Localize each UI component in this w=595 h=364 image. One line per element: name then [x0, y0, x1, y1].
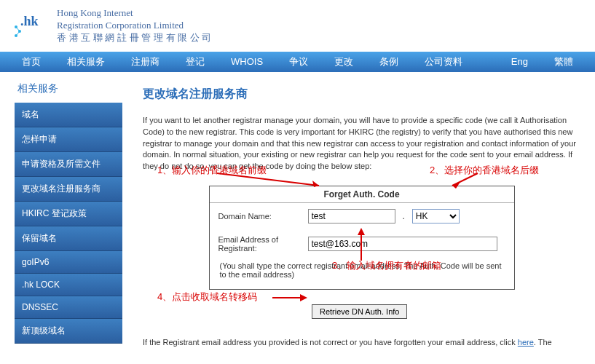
svg-line-4 — [16, 27, 20, 31]
page-title: 更改域名注册服务商 — [143, 87, 580, 102]
footnote-link[interactable]: here — [518, 338, 534, 347]
sidebar-item-req[interactable]: 申请资格及所需文件 — [15, 152, 122, 177]
footnote-pre: If the Registrant email address you prov… — [143, 338, 518, 347]
logo: .hk Hong Kong Internet Registration Corp… — [15, 7, 211, 44]
logo-en1: Hong Kong Internet — [57, 7, 211, 20]
logo-text: Hong Kong Internet Registration Corporat… — [57, 7, 211, 44]
sidebar-item-reserved[interactable]: 保留域名 — [15, 226, 122, 251]
nav-lang-eng[interactable]: Eng — [498, 56, 541, 67]
section-title: 相关服务 — [15, 82, 122, 95]
nav-lang-trad[interactable]: 繁體 — [541, 55, 586, 68]
logo-zh: 香 港 互 聯 網 註 冊 管 理 有 限 公 司 — [57, 32, 211, 44]
annotation-4: 4、点击收取域名转移码 — [157, 290, 257, 304]
logo-icon: .hk — [15, 11, 51, 40]
email-input[interactable] — [308, 237, 497, 251]
auth-code-form: Forget Auth. Code Domain Name: . HK Emai… — [209, 186, 515, 290]
sidebar-item-policy[interactable]: HKIRC 登记政策 — [15, 202, 122, 226]
domain-input[interactable] — [308, 209, 395, 223]
sidebar-item-goipv6[interactable]: goIPv6 — [15, 251, 122, 274]
annotation-3: 3、输入域名拥有者的邮箱 — [332, 259, 441, 272]
sidebar-item-hklock[interactable]: .hk LOCK — [15, 274, 122, 296]
nav-rules[interactable]: 条例 — [366, 55, 411, 68]
nav-whois[interactable]: WHOIS — [218, 56, 276, 67]
domain-dot: . — [401, 211, 406, 221]
header: .hk Hong Kong Internet Registration Corp… — [0, 0, 595, 52]
nav-change[interactable]: 更改 — [321, 55, 366, 68]
arrow-4-icon — [272, 293, 309, 302]
sidebar: 域名 怎样申请 申请资格及所需文件 更改域名注册服务商 HKIRC 登记政策 保… — [15, 103, 122, 344]
form-title: Forget Auth. Code — [210, 186, 514, 203]
nav-company[interactable]: 公司资料 — [411, 55, 476, 68]
sidebar-item-dnssec[interactable]: DNSSEC — [15, 296, 122, 319]
nav-services[interactable]: 相关服务 — [54, 55, 118, 68]
nav-home[interactable]: 首页 — [9, 55, 54, 68]
nav-register[interactable]: 登记 — [173, 55, 218, 68]
sidebar-item-how[interactable]: 怎样申请 — [15, 127, 122, 152]
main-content: 更改域名注册服务商 If you want to let another reg… — [143, 82, 580, 347]
footnote-post: . The — [534, 338, 552, 347]
nav-dispute[interactable]: 争议 — [276, 55, 321, 68]
footnote: If the Registrant email address you prov… — [143, 338, 580, 347]
annotation-1: 1、输入你的香港域名前缀 — [157, 164, 267, 177]
retrieve-button[interactable]: Retrieve DN Auth. Info — [312, 304, 407, 319]
svg-line-5 — [16, 31, 20, 36]
svg-text:.hk: .hk — [20, 14, 39, 28]
sidebar-item-domain[interactable]: 域名 — [15, 103, 122, 127]
svg-marker-13 — [300, 294, 307, 301]
top-nav: 首页 相关服务 注册商 登记 WHOIS 争议 更改 条例 公司资料 Eng 繁… — [0, 52, 595, 72]
domain-label: Domain Name: — [218, 212, 302, 221]
email-label: Email Address of Registrant: — [218, 235, 302, 253]
logo-en2: Registration Corporation Limited — [57, 20, 211, 32]
sidebar-item-newtld[interactable]: 新顶级域名 — [15, 319, 122, 344]
annotation-2: 2、选择你的香港域名后缀 — [430, 164, 539, 177]
nav-registrar[interactable]: 注册商 — [118, 55, 173, 68]
suffix-select[interactable]: HK — [412, 209, 460, 223]
sidebar-item-change[interactable]: 更改域名注册服务商 — [15, 177, 122, 202]
